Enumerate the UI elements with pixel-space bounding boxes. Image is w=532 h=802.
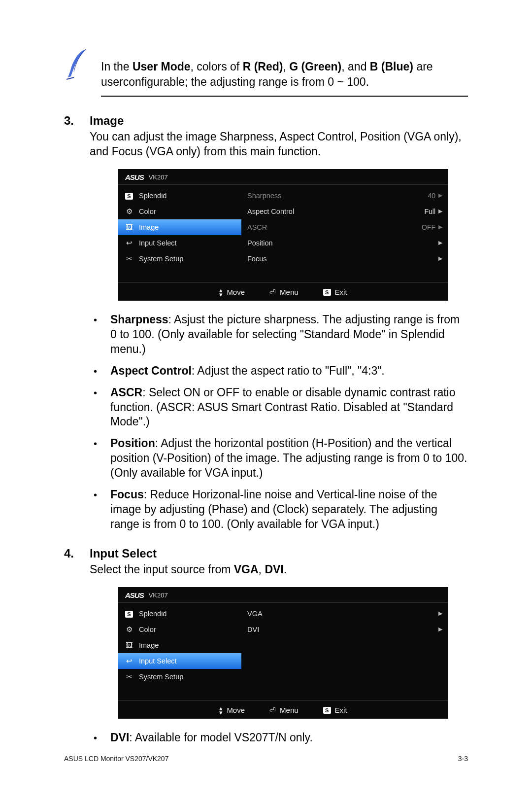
section-title: Image bbox=[90, 114, 468, 128]
osd-footer: ▴▾Move ⏎Menu SExit bbox=[118, 700, 448, 719]
bullet-marker: • bbox=[94, 437, 100, 450]
content-item-label: ASCR bbox=[247, 223, 267, 231]
osd-header: ASUS VK207 bbox=[118, 169, 448, 185]
bullet-text: Sharpness: Asjust the picture sharpness.… bbox=[110, 313, 468, 357]
osd-sidebar-item[interactable]: ⚙Color bbox=[118, 622, 241, 637]
sidebar-item-label: Image bbox=[139, 223, 159, 231]
section-number: 4. bbox=[64, 547, 80, 577]
chevron-right-icon: ▶ bbox=[438, 255, 442, 262]
quill-icon bbox=[64, 47, 91, 83]
osd-model: VK207 bbox=[149, 174, 168, 181]
osd-footer: ▴▾Move ⏎Menu SExit bbox=[118, 282, 448, 301]
section-4: 4. Input Select Select the input source … bbox=[64, 547, 468, 577]
osd-content-item[interactable]: Aspect ControlFull▶ bbox=[241, 204, 448, 219]
footer-menu: ⏎Menu bbox=[269, 288, 299, 297]
osd-content-item[interactable]: Sharpness40▶ bbox=[241, 188, 448, 204]
sidebar-item-icon: 🖼 bbox=[124, 223, 134, 231]
sidebar-item-icon: ⚙ bbox=[124, 207, 134, 216]
section-desc: You can adjust the image Sharpness, Aspe… bbox=[90, 130, 468, 159]
content-item-label: Focus bbox=[247, 255, 267, 263]
content-item-label: Sharpness bbox=[247, 192, 281, 200]
content-item-label: Aspect Control bbox=[247, 208, 294, 215]
osd-content-item[interactable]: Position▶ bbox=[241, 235, 448, 251]
footer-left: ASUS LCD Monitor VS207/VK207 bbox=[64, 755, 168, 763]
content-item-value: 40▶ bbox=[428, 192, 442, 200]
bullet-marker: • bbox=[94, 732, 100, 744]
osd-sidebar-item[interactable]: ↩Input Select bbox=[118, 653, 241, 669]
bullet-item: •Position: Adjust the horizontal postiti… bbox=[94, 436, 468, 481]
bullets-section-4: •DVI: Available for model VS207T/N only. bbox=[94, 731, 468, 745]
section-3: 3. Image You can adjust the image Sharpn… bbox=[64, 114, 468, 159]
bullet-item: •Aspect Control: Adjust the aspect ratio… bbox=[94, 364, 468, 379]
sidebar-item-label: Splendid bbox=[139, 610, 166, 618]
footer-right: 3-3 bbox=[458, 755, 468, 763]
sidebar-item-icon: ↩ bbox=[124, 657, 134, 665]
bullet-marker: • bbox=[94, 386, 100, 399]
footer-move: ▴▾Move bbox=[219, 288, 245, 297]
osd-content-item[interactable]: VGA▶ bbox=[241, 606, 448, 622]
osd-content-item[interactable]: Focus▶ bbox=[241, 251, 448, 267]
bullet-item: •DVI: Available for model VS207T/N only. bbox=[94, 731, 468, 745]
sidebar-item-label: Input Select bbox=[139, 657, 177, 665]
sidebar-item-label: Color bbox=[139, 208, 156, 215]
content-item-label: Position bbox=[247, 239, 273, 247]
footer-exit: SExit bbox=[323, 706, 347, 715]
osd-header: ASUS VK207 bbox=[118, 587, 448, 603]
footer-move: ▴▾Move bbox=[219, 706, 245, 715]
osd-content: Sharpness40▶Aspect ControlFull▶ASCROFF▶P… bbox=[241, 185, 448, 282]
sidebar-item-icon: ⚙ bbox=[124, 625, 134, 634]
note-text: In the User Mode, colors of R (Red), G (… bbox=[101, 47, 468, 90]
osd-sidebar-item[interactable]: ↩Input Select bbox=[118, 235, 241, 251]
chevron-right-icon: ▶ bbox=[438, 610, 442, 617]
osd-sidebar: SSplendid⚙Color🖼Image↩Input Select✂Syste… bbox=[118, 185, 241, 282]
asus-logo: ASUS bbox=[125, 591, 144, 599]
content-item-value: ▶ bbox=[438, 626, 442, 632]
osd-content-item[interactable]: ASCROFF▶ bbox=[241, 219, 448, 235]
sidebar-item-icon: ↩ bbox=[124, 239, 134, 247]
section-title: Input Select bbox=[90, 547, 468, 560]
note-block: In the User Mode, colors of R (Red), G (… bbox=[64, 47, 468, 90]
sidebar-item-icon: S bbox=[124, 609, 134, 618]
content-item-label: DVI bbox=[247, 626, 259, 633]
chevron-right-icon: ▶ bbox=[438, 224, 442, 230]
osd-sidebar-item[interactable]: 🖼Image bbox=[118, 637, 241, 653]
content-item-value: ▶ bbox=[438, 240, 442, 246]
divider bbox=[101, 96, 468, 97]
sidebar-item-label: System Setup bbox=[139, 673, 183, 681]
bullet-marker: • bbox=[94, 488, 100, 501]
sidebar-item-icon: ✂ bbox=[124, 254, 134, 263]
bullets-section-3: •Sharpness: Asjust the picture sharpness… bbox=[94, 313, 468, 532]
bullet-marker: • bbox=[94, 314, 100, 326]
updown-icon: ▴▾ bbox=[219, 288, 223, 297]
bullet-item: •Focus: Reduce Horizonal-line noise and … bbox=[94, 488, 468, 532]
osd-sidebar-item[interactable]: SSplendid bbox=[118, 606, 241, 622]
asus-logo: ASUS bbox=[125, 173, 144, 181]
page-footer: ASUS LCD Monitor VS207/VK207 3-3 bbox=[64, 755, 468, 763]
sidebar-item-label: Input Select bbox=[139, 239, 177, 247]
content-item-label: VGA bbox=[247, 610, 263, 618]
section-desc: Select the input source from VGA, DVI. bbox=[90, 562, 468, 577]
bullet-item: •ASCR: Select ON or OFF to enable or dis… bbox=[94, 385, 468, 430]
osd-sidebar-item[interactable]: ✂System Setup bbox=[118, 251, 241, 267]
osd-sidebar-item[interactable]: ✂System Setup bbox=[118, 669, 241, 685]
osd-sidebar-item[interactable]: 🖼Image bbox=[118, 219, 241, 235]
chevron-right-icon: ▶ bbox=[438, 208, 442, 214]
chevron-right-icon: ▶ bbox=[438, 192, 442, 199]
osd-content-item[interactable]: DVI▶ bbox=[241, 622, 448, 637]
footer-exit: SExit bbox=[323, 288, 347, 297]
bullet-text: Position: Adjust the horizontal postitio… bbox=[110, 436, 468, 481]
menu-icon: ⏎ bbox=[269, 706, 276, 715]
menu-icon: ⏎ bbox=[269, 288, 276, 297]
osd-content: VGA▶DVI▶ bbox=[241, 603, 448, 700]
s-icon: S bbox=[323, 289, 331, 296]
sidebar-item-label: Color bbox=[139, 626, 156, 633]
chevron-right-icon: ▶ bbox=[438, 240, 442, 246]
bullet-text: Aspect Control: Adjust the aspect ratio … bbox=[110, 364, 468, 379]
osd-sidebar-item[interactable]: SSplendid bbox=[118, 188, 241, 204]
content-item-value: ▶ bbox=[438, 610, 442, 617]
sidebar-item-label: Splendid bbox=[139, 192, 166, 200]
updown-icon: ▴▾ bbox=[219, 706, 223, 715]
osd-input-select: ASUS VK207 SSplendid⚙Color🖼Image↩Input S… bbox=[118, 587, 448, 719]
footer-menu: ⏎Menu bbox=[269, 706, 299, 715]
osd-sidebar-item[interactable]: ⚙Color bbox=[118, 204, 241, 219]
